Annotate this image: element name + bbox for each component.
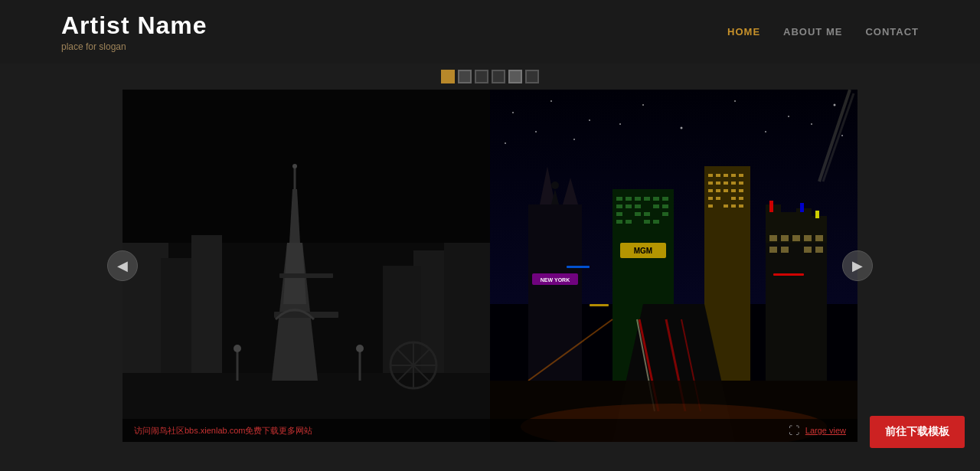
svg-rect-106	[773, 273, 804, 276]
svg-rect-33	[739, 174, 743, 177]
color-city-svg: MGM	[490, 90, 858, 442]
svg-rect-44	[708, 197, 713, 200]
nav-about[interactable]: ABOUT ME	[783, 26, 842, 38]
logo-area: Artist Name place for slogan	[61, 11, 207, 52]
svg-text:NEW YORK: NEW YORK	[541, 277, 570, 283]
svg-point-110	[589, 119, 590, 121]
prev-arrow[interactable]: ◀	[107, 250, 138, 281]
svg-rect-88	[769, 247, 777, 253]
dot-6[interactable]	[525, 70, 539, 83]
content-area: ◀	[122, 70, 858, 442]
svg-rect-87	[815, 235, 823, 241]
svg-rect-72	[626, 220, 632, 224]
svg-rect-43	[739, 189, 743, 192]
svg-rect-82	[815, 211, 819, 218]
nav-contact[interactable]: CONTACT	[865, 26, 919, 38]
svg-rect-34	[708, 182, 713, 185]
svg-point-109	[550, 100, 552, 102]
svg-rect-29	[708, 174, 713, 177]
svg-point-116	[841, 135, 843, 136]
svg-rect-1	[122, 90, 490, 243]
svg-point-119	[573, 139, 575, 140]
svg-rect-74	[653, 220, 659, 224]
svg-rect-89	[781, 247, 789, 253]
svg-rect-63	[626, 204, 632, 208]
svg-rect-38	[739, 182, 743, 185]
svg-rect-51	[739, 204, 743, 208]
svg-rect-91	[815, 247, 823, 253]
image-left	[122, 90, 490, 442]
svg-rect-48	[708, 204, 713, 208]
bottom-right-controls: ⛶ Large view	[789, 424, 846, 437]
site-slogan: place for slogan	[61, 41, 207, 52]
svg-rect-39	[708, 189, 713, 192]
svg-rect-84	[781, 235, 789, 241]
svg-rect-40	[716, 189, 720, 192]
svg-text:MGM: MGM	[634, 247, 652, 255]
dot-3[interactable]	[475, 70, 488, 83]
dot-4[interactable]	[492, 70, 505, 83]
svg-rect-41	[724, 189, 728, 192]
svg-point-114	[788, 116, 789, 117]
svg-rect-66	[662, 204, 668, 208]
svg-rect-12	[279, 273, 333, 278]
svg-rect-4	[191, 235, 222, 381]
svg-point-121	[765, 131, 766, 132]
svg-point-112	[681, 127, 683, 129]
svg-point-118	[535, 131, 537, 132]
svg-rect-62	[616, 204, 622, 208]
expand-icon[interactable]: ⛶	[789, 424, 799, 437]
dot-1[interactable]	[441, 70, 455, 83]
svg-rect-30	[716, 174, 720, 177]
svg-rect-37	[731, 182, 736, 185]
svg-rect-83	[769, 235, 777, 241]
svg-point-113	[734, 100, 736, 102]
svg-rect-81	[800, 203, 804, 212]
svg-rect-67	[616, 212, 622, 216]
svg-point-108	[512, 112, 514, 113]
svg-rect-58	[635, 197, 641, 201]
svg-rect-68	[635, 212, 641, 216]
slider-nav	[122, 70, 858, 83]
nav-home[interactable]: HOME	[727, 26, 760, 38]
svg-rect-80	[769, 201, 773, 212]
svg-rect-32	[731, 174, 736, 177]
site-title: Artist Name	[61, 11, 207, 40]
svg-rect-42	[731, 189, 736, 192]
svg-rect-86	[804, 235, 812, 241]
svg-rect-61	[662, 197, 668, 201]
svg-point-17	[234, 345, 241, 352]
svg-rect-107	[590, 304, 609, 306]
dot-5[interactable]	[508, 70, 522, 83]
svg-rect-73	[644, 220, 650, 224]
slider-image: MGM	[122, 90, 858, 442]
svg-point-19	[356, 345, 364, 352]
large-view-link[interactable]: Large view	[805, 426, 846, 435]
download-button[interactable]: 前往下载模板	[870, 416, 965, 448]
svg-rect-85	[792, 235, 800, 241]
svg-rect-90	[804, 247, 812, 253]
svg-rect-36	[724, 182, 728, 185]
slider-wrapper: ◀	[122, 90, 858, 442]
next-arrow[interactable]: ▶	[842, 250, 873, 281]
svg-point-120	[619, 123, 621, 125]
bw-city-svg	[122, 90, 490, 442]
svg-point-98	[551, 182, 559, 189]
image-right: MGM	[490, 90, 858, 442]
svg-rect-69	[644, 212, 650, 216]
svg-rect-65	[653, 204, 659, 208]
svg-rect-60	[653, 197, 659, 201]
svg-rect-31	[724, 174, 728, 177]
svg-rect-70	[662, 212, 668, 216]
svg-rect-49	[724, 204, 728, 208]
bottom-watermark: 访问闹鸟社区bbs.xienlab.com免费下载更多网站	[134, 425, 313, 437]
dot-2[interactable]	[458, 70, 472, 83]
slider-container: MGM	[122, 90, 858, 442]
main-nav: HOME ABOUT ME CONTACT	[727, 26, 919, 38]
svg-rect-105	[567, 266, 590, 268]
header: Artist Name place for slogan HOME ABOUT …	[0, 0, 980, 64]
svg-rect-6	[444, 243, 490, 381]
svg-rect-47	[739, 197, 743, 200]
svg-rect-71	[616, 220, 622, 224]
svg-point-122	[811, 123, 812, 125]
